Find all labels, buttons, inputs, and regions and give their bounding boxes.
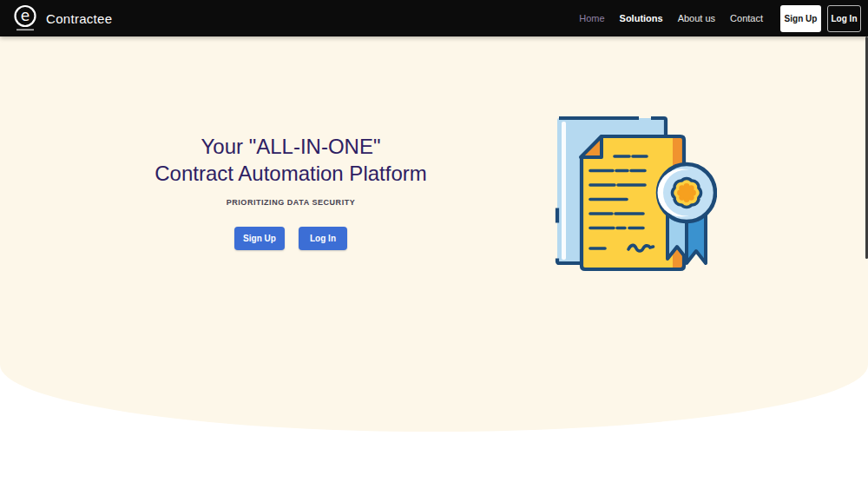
nav-item-solutions[interactable]: Solutions <box>620 13 663 23</box>
seal-flower-icon <box>677 183 696 202</box>
hero-text-block: Your "ALL-IN-ONE" Contract Automation Pl… <box>139 133 443 250</box>
hero-section: Your "ALL-IN-ONE" Contract Automation Pl… <box>0 36 868 432</box>
nav-item-home[interactable]: Home <box>579 13 604 23</box>
landing-page: e Contractee Home Solutions About us Con… <box>0 0 868 489</box>
hero-login-button[interactable]: Log In <box>299 227 347 250</box>
hero-signup-button[interactable]: Sign Up <box>234 227 285 250</box>
navbar-login-button[interactable]: Log In <box>827 5 861 32</box>
brand-logo-link[interactable]: e Contractee <box>12 4 112 32</box>
hero-action-buttons: Sign Up Log In <box>139 227 443 250</box>
contract-certificate-illustration <box>552 109 717 276</box>
hero-subheadline: PRIORITIZING DATA SECURITY <box>139 198 443 207</box>
top-navbar: e Contractee Home Solutions About us Con… <box>0 0 868 36</box>
brand-name: Contractee <box>46 11 112 26</box>
contractee-logo-icon: e <box>12 4 38 32</box>
nav-item-contact[interactable]: Contact <box>730 13 763 23</box>
certification-seal-icon <box>658 164 716 221</box>
navbar-signup-button[interactable]: Sign Up <box>780 5 821 32</box>
svg-text:e: e <box>21 7 30 24</box>
nav-links: Home Solutions About us Contact <box>579 13 763 23</box>
hero-headline-line1: Your "ALL-IN-ONE" <box>201 135 381 158</box>
hero-headline-line2: Contract Automation Platform <box>155 162 426 185</box>
nav-item-about-us[interactable]: About us <box>678 13 715 23</box>
hero-headline: Your "ALL-IN-ONE" Contract Automation Pl… <box>139 133 443 187</box>
